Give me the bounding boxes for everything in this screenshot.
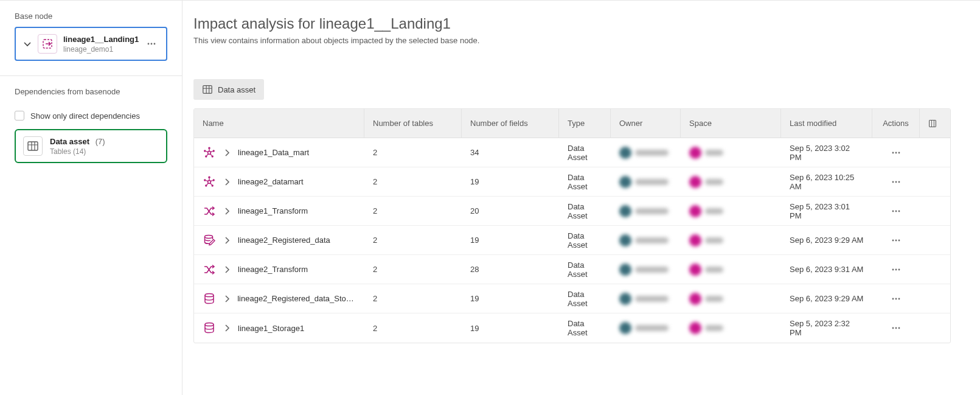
dots-icon xyxy=(891,177,901,187)
filter-chip-data-asset[interactable]: Data asset xyxy=(193,79,264,100)
expand-row-button[interactable] xyxy=(222,294,231,304)
cell-modified: Sep 6, 2023 10:25 AM xyxy=(781,167,872,196)
cell-space xyxy=(681,226,781,254)
expand-row-button[interactable] xyxy=(222,206,232,216)
cell-fields: 28 xyxy=(462,255,559,284)
table-row[interactable]: lineage2_Registered_data_Storage 2 19 Da… xyxy=(194,284,950,313)
table-row[interactable]: lineage1_Data_mart 2 34 Data Asset Sep 5… xyxy=(194,138,950,167)
base-node-card[interactable]: lineage1__Landing1 lineage_demo1 xyxy=(15,27,167,61)
col-header-name[interactable]: Name xyxy=(194,109,364,138)
base-node-more-button[interactable] xyxy=(144,37,159,51)
cell-spacer xyxy=(920,167,945,196)
col-header-space[interactable]: Space xyxy=(681,109,781,138)
cell-fields: 19 xyxy=(462,167,559,196)
row-name-label: lineage2_Registered_data_Storage xyxy=(237,294,356,303)
table-row[interactable]: lineage1_Storage1 2 19 Data Asset Sep 5,… xyxy=(194,313,950,343)
cell-modified: Sep 5, 2023 3:01 PM xyxy=(781,197,872,225)
db-icon xyxy=(203,321,216,335)
expand-row-button[interactable] xyxy=(222,177,232,187)
cell-space xyxy=(681,138,781,167)
checkbox-icon[interactable] xyxy=(15,111,24,121)
cell-owner xyxy=(611,255,681,284)
cell-modified: Sep 6, 2023 9:31 AM xyxy=(781,255,872,284)
dots-icon xyxy=(891,294,901,304)
hub-icon xyxy=(203,146,216,159)
cell-space xyxy=(681,197,781,225)
dots-icon xyxy=(891,148,901,158)
dep-card-subtitle: Tables (14) xyxy=(50,147,105,156)
base-node-title: lineage1__Landing1 xyxy=(63,35,138,44)
main-content: Impact analysis for lineage1__Landing1 T… xyxy=(182,1,980,395)
cell-owner xyxy=(611,226,681,254)
direct-deps-checkbox-row[interactable]: Show only direct dependencies xyxy=(0,102,182,129)
cell-type: Data Asset xyxy=(559,138,611,167)
expand-row-button[interactable] xyxy=(222,323,232,333)
cell-fields: 19 xyxy=(462,284,559,313)
table-row[interactable]: lineage2_Registered_data 2 19 Data Asset… xyxy=(194,226,950,255)
cell-tables: 2 xyxy=(364,313,462,343)
row-name-label: lineage1_Data_mart xyxy=(238,148,309,157)
row-actions-button[interactable] xyxy=(872,255,920,284)
table-icon xyxy=(23,136,43,156)
cell-spacer xyxy=(920,197,945,225)
row-name-label: lineage2_Transform xyxy=(238,265,308,274)
row-actions-button[interactable] xyxy=(872,313,920,343)
col-header-tables[interactable]: Number of tables xyxy=(364,109,462,138)
dep-card-title: Data asset xyxy=(50,137,89,146)
dots-icon xyxy=(891,323,901,333)
cell-tables: 2 xyxy=(364,138,462,167)
expand-row-button[interactable] xyxy=(222,148,232,158)
page-title: Impact analysis for lineage1__Landing1 xyxy=(193,15,951,32)
cell-space xyxy=(681,255,781,284)
shuffle-icon xyxy=(203,204,216,218)
col-header-type[interactable]: Type xyxy=(559,109,611,138)
base-node-section-label: Base node xyxy=(0,1,182,27)
col-header-owner[interactable]: Owner xyxy=(611,109,681,138)
table-row[interactable]: lineage2_Transform 2 28 Data Asset Sep 6… xyxy=(194,255,950,284)
cell-owner xyxy=(611,313,681,343)
impact-table: Name Number of tables Number of fields T… xyxy=(193,108,951,343)
dbedit-icon xyxy=(203,234,216,247)
cell-spacer xyxy=(920,284,945,313)
cell-tables: 2 xyxy=(364,284,462,313)
table-row[interactable]: lineage2_datamart 2 19 Data Asset Sep 6,… xyxy=(194,167,950,197)
expand-row-button[interactable] xyxy=(222,265,232,274)
base-node-subtitle: lineage_demo1 xyxy=(63,45,138,54)
cell-tables: 2 xyxy=(364,255,462,284)
cell-owner xyxy=(611,138,681,167)
filter-chip-label: Data asset xyxy=(218,85,255,94)
direct-deps-label: Show only direct dependencies xyxy=(30,111,140,121)
dots-icon xyxy=(891,206,901,216)
hub-icon xyxy=(203,175,216,189)
chevron-down-icon[interactable] xyxy=(23,40,32,48)
cell-type: Data Asset xyxy=(559,197,611,225)
cell-fields: 34 xyxy=(462,138,559,167)
cell-owner xyxy=(611,197,681,225)
cell-spacer xyxy=(920,313,945,343)
table-row[interactable]: lineage1_Transform 2 20 Data Asset Sep 5… xyxy=(194,197,950,226)
col-header-fields[interactable]: Number of fields xyxy=(462,109,559,138)
row-actions-button[interactable] xyxy=(872,138,920,167)
column-config-button[interactable] xyxy=(920,109,945,138)
row-actions-button[interactable] xyxy=(872,284,920,313)
row-actions-button[interactable] xyxy=(872,197,920,225)
table-header: Name Number of tables Number of fields T… xyxy=(194,109,950,138)
col-header-modified[interactable]: Last modified xyxy=(781,109,872,138)
page-description: This view contains information about obj… xyxy=(193,36,951,45)
cell-modified: Sep 6, 2023 9:29 AM xyxy=(781,226,872,254)
dependencies-section-label: Dependencies from basenode xyxy=(0,76,182,102)
table-icon xyxy=(202,84,213,95)
row-actions-button[interactable] xyxy=(872,226,920,254)
row-name-label: lineage2_Registered_data xyxy=(238,236,330,245)
row-name-label: lineage2_datamart xyxy=(238,177,304,186)
table-body: lineage1_Data_mart 2 34 Data Asset Sep 5… xyxy=(194,138,950,343)
expand-row-button[interactable] xyxy=(222,236,232,245)
dependency-card-data-asset[interactable]: Data asset (7) Tables (14) xyxy=(15,129,167,163)
cell-owner xyxy=(611,167,681,196)
cell-fields: 19 xyxy=(462,226,559,254)
cell-tables: 2 xyxy=(364,167,462,196)
db-icon xyxy=(203,292,216,306)
row-name-label: lineage1_Storage1 xyxy=(238,324,304,333)
row-actions-button[interactable] xyxy=(872,167,920,196)
cell-modified: Sep 5, 2023 2:32 PM xyxy=(781,313,872,343)
